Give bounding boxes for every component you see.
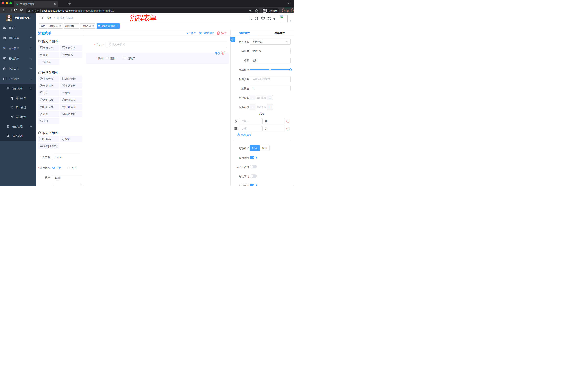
svg-text:123: 123 [63,54,64,55]
